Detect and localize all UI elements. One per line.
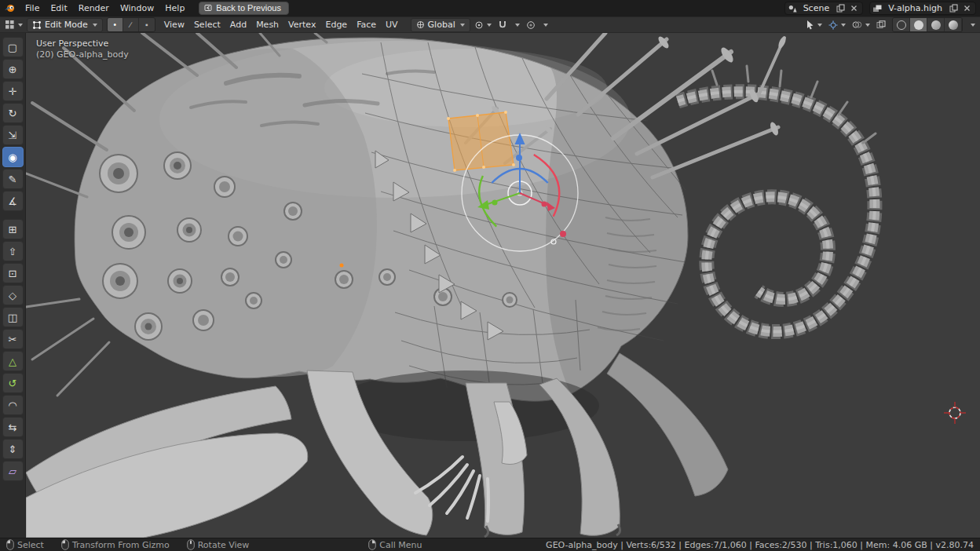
show-gizmo-toggle[interactable] — [826, 18, 848, 31]
tool-annotate[interactable]: ✎ — [2, 169, 24, 189]
tool-select-box[interactable]: ▢ — [2, 37, 24, 57]
tool-edge-slide[interactable]: ⇆ — [2, 417, 24, 437]
orientation-label: Global — [428, 20, 455, 30]
editor-type-button[interactable] — [2, 18, 25, 31]
shading-wireframe-icon — [897, 20, 906, 30]
scale-handle — [560, 231, 566, 237]
tool-knife[interactable]: ✂ — [2, 329, 24, 349]
menu-render[interactable]: Render — [73, 2, 115, 15]
tool-scale[interactable]: ⇲ — [2, 125, 24, 145]
magnet-icon — [498, 20, 507, 30]
proportional-falloff-dropdown[interactable] — [539, 18, 550, 31]
proportional-icon — [526, 20, 536, 30]
tool-shear[interactable]: ▱ — [2, 461, 24, 481]
blender-logo-icon[interactable] — [4, 3, 16, 13]
back-to-previous-button[interactable]: Back to Previous — [199, 2, 289, 15]
scene-name: Scene — [799, 3, 834, 13]
face-select-button[interactable]: ▪ — [139, 18, 155, 31]
status-hint-transform-gizmo: Transform From Gizmo — [61, 539, 170, 550]
proportional-editing-toggle[interactable] — [524, 18, 538, 31]
remove-view-layer-button[interactable] — [961, 2, 973, 14]
duplicate-icon — [836, 4, 845, 13]
active-tool-dropdown[interactable] — [803, 18, 825, 31]
blender-window: File Edit Render Window Help Back to Pre… — [0, 0, 980, 551]
selected-faces[interactable] — [447, 111, 515, 172]
close-icon — [850, 5, 858, 12]
tool-spin[interactable]: ↺ — [2, 373, 24, 393]
tool-move[interactable]: ✛ — [2, 81, 24, 101]
view-layer-name: V-alpha.high — [884, 3, 946, 13]
shading-settings-dropdown[interactable] — [967, 18, 978, 31]
3d-viewport[interactable]: User Perspective (20) GEO-alpha_body — [26, 33, 980, 538]
chevron-down-icon — [460, 24, 465, 27]
menu-vertex[interactable]: Vertex — [283, 18, 320, 31]
tool-rotate[interactable]: ↻ — [2, 103, 24, 123]
tool-shelf: ▢ ⊕ ✛ ↻ ⇲ ◉ ✎ ∡ ⊞ ⇧ ⊡ ◇ ◫ ✂ △ ↺ ◠ ⇆ ⇕ ▱ — [0, 33, 26, 538]
tool-extrude-region[interactable]: ⇧ — [2, 241, 24, 261]
scene-statistics: GEO-alpha_body | Verts:6/532 | Edges:7/1… — [546, 540, 974, 550]
new-view-layer-button[interactable] — [948, 2, 960, 14]
menu-file[interactable]: File — [20, 2, 45, 15]
shading-material-button[interactable] — [927, 18, 945, 31]
orientation-globe-icon — [416, 20, 425, 29]
shading-wireframe-button[interactable] — [893, 18, 910, 31]
vertex-select-button[interactable]: • — [108, 18, 123, 31]
pivot-point-dropdown[interactable] — [472, 18, 494, 31]
chevron-down-icon — [841, 24, 846, 27]
shading-solid-button[interactable] — [910, 18, 927, 31]
mouse-left-drag-icon — [61, 539, 69, 550]
snap-toggle[interactable] — [495, 18, 510, 31]
selected-vertex[interactable] — [340, 264, 344, 268]
menu-edge[interactable]: Edge — [320, 18, 352, 31]
mode-label: Edit Mode — [45, 20, 88, 30]
menu-help[interactable]: Help — [159, 2, 190, 15]
status-hint-call-menu: Call Menu — [368, 539, 422, 550]
topbar-menus: File Edit Render Window Help — [20, 2, 190, 15]
menu-mesh[interactable]: Mesh — [251, 18, 283, 31]
view-layer-selector[interactable]: V-alpha.high — [869, 2, 976, 15]
menu-select[interactable]: Select — [189, 18, 225, 31]
edit-mode-icon — [32, 20, 42, 30]
menu-view[interactable]: View — [159, 18, 189, 31]
view-layer-icon — [872, 4, 883, 13]
tool-cursor[interactable]: ⊕ — [2, 59, 24, 79]
menu-uv[interactable]: UV — [381, 18, 403, 31]
new-scene-button[interactable] — [835, 2, 847, 14]
orientation-dropdown[interactable]: Global — [411, 18, 470, 32]
chevron-down-icon — [18, 24, 23, 27]
scene-selector[interactable]: Scene — [784, 2, 864, 15]
tool-inset-faces[interactable]: ⊡ — [2, 263, 24, 283]
tool-measure[interactable]: ∡ — [2, 191, 24, 211]
menu-edit[interactable]: Edit — [45, 2, 72, 15]
menu-window[interactable]: Window — [115, 2, 159, 15]
mode-dropdown[interactable]: Edit Mode — [27, 18, 103, 32]
edge-select-button[interactable]: ∕ — [123, 18, 139, 31]
show-overlays-toggle[interactable] — [850, 18, 872, 31]
hint-label: Call Menu — [379, 540, 422, 550]
tool-transform[interactable]: ◉ — [2, 147, 24, 167]
status-hint-rotate-view: Rotate View — [187, 539, 250, 550]
unlink-scene-button[interactable] — [848, 2, 860, 14]
tool-bevel[interactable]: ◇ — [2, 285, 24, 305]
hint-label: Select — [17, 540, 44, 550]
menu-face[interactable]: Face — [352, 18, 381, 31]
scene-icon — [788, 4, 798, 13]
tool-smooth[interactable]: ◠ — [2, 395, 24, 415]
shading-solid-icon — [914, 20, 923, 30]
shading-rendered-icon — [949, 20, 958, 30]
menu-add[interactable]: Add — [225, 18, 251, 31]
chevron-down-icon — [543, 24, 548, 27]
statusbar: Select Transform From Gizmo Rotate View … — [0, 538, 980, 551]
xray-icon — [876, 20, 886, 29]
mouse-middle-icon — [187, 539, 195, 550]
tool-loop-cut[interactable]: ◫ — [2, 307, 24, 327]
snap-settings-dropdown[interactable] — [511, 18, 522, 31]
tool-poly-build[interactable]: △ — [2, 351, 24, 371]
overlays-icon — [852, 20, 862, 29]
shading-rendered-button[interactable] — [945, 18, 962, 31]
tool-add-cube[interactable]: ⊞ — [2, 219, 24, 239]
shading-material-icon — [931, 20, 941, 30]
tool-shrink-fatten[interactable]: ⇕ — [2, 439, 24, 459]
chevron-down-icon — [515, 24, 520, 27]
xray-toggle[interactable] — [874, 18, 888, 31]
